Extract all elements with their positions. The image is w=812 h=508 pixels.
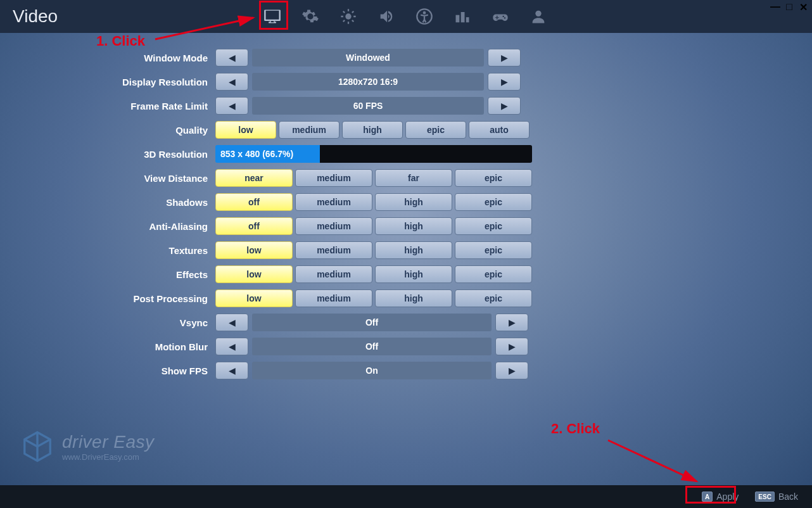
label-vsync: Vsync xyxy=(0,317,215,328)
tab-audio[interactable] xyxy=(374,4,399,29)
brightness-icon xyxy=(339,8,357,25)
option-medium[interactable]: medium xyxy=(295,289,372,307)
label-show-fps: Show FPS xyxy=(0,365,215,376)
window-controls: — □ ✕ xyxy=(770,1,808,13)
framerate-prev[interactable]: ◀ xyxy=(215,97,248,115)
svg-point-2 xyxy=(423,11,426,15)
option-epic[interactable]: epic xyxy=(405,121,466,139)
resolution-next[interactable]: ▶ xyxy=(488,73,521,91)
settings-panel: Window Mode ◀ Windowed ▶ Display Resolut… xyxy=(0,47,812,384)
gear-icon xyxy=(301,8,319,25)
3d-resolution-slider[interactable]: 853 x 480 (66.7%) xyxy=(215,145,532,163)
option-high[interactable]: high xyxy=(375,241,452,259)
view-distance-options: nearmediumfarepic xyxy=(215,169,532,187)
motion-blur-next[interactable]: ▶ xyxy=(495,338,528,355)
framerate-next[interactable]: ▶ xyxy=(488,97,521,115)
option-epic[interactable]: epic xyxy=(455,265,532,283)
svg-rect-4 xyxy=(461,12,465,22)
back-keycap: ESC xyxy=(755,492,775,502)
bottom-bar: A Apply ESC Back xyxy=(0,485,812,508)
speaker-icon xyxy=(377,8,395,25)
annotation-arrow-2 xyxy=(605,437,713,488)
option-off[interactable]: off xyxy=(215,193,293,211)
svg-rect-3 xyxy=(456,15,460,23)
window-mode-next[interactable]: ▶ xyxy=(488,49,521,67)
vsync-next[interactable]: ▶ xyxy=(495,314,528,331)
label-frame-rate: Frame Rate Limit xyxy=(0,101,215,111)
option-epic[interactable]: epic xyxy=(455,241,532,259)
showfps-next[interactable]: ▶ xyxy=(495,362,528,379)
option-high[interactable]: high xyxy=(375,265,452,283)
row-anti-aliasing: Anti-Aliasing offmediumhighepic xyxy=(0,215,812,237)
option-low[interactable]: low xyxy=(215,121,276,139)
option-medium[interactable]: medium xyxy=(295,193,372,211)
svg-point-6 xyxy=(535,11,541,16)
label-motion-blur: Motion Blur xyxy=(0,341,215,352)
option-auto[interactable]: auto xyxy=(469,121,530,139)
apply-label: Apply xyxy=(716,492,739,502)
row-vsync: Vsync ◀ Off ▶ xyxy=(0,312,812,333)
annotation-text-2: 2. Click xyxy=(551,421,600,437)
option-epic[interactable]: epic xyxy=(455,289,532,307)
option-off[interactable]: off xyxy=(215,217,293,235)
row-motion-blur: Motion Blur ◀ Off ▶ xyxy=(0,336,812,357)
vsync-value[interactable]: Off xyxy=(252,314,492,331)
option-high[interactable]: high xyxy=(342,121,403,139)
tab-controller[interactable] xyxy=(488,4,513,29)
vsync-prev[interactable]: ◀ xyxy=(215,314,248,331)
tab-brightness[interactable] xyxy=(336,4,361,29)
person-icon xyxy=(530,8,547,25)
monitor-icon xyxy=(263,8,281,25)
option-high[interactable]: high xyxy=(375,217,452,235)
option-epic[interactable]: epic xyxy=(455,193,532,211)
option-low[interactable]: low xyxy=(215,289,293,307)
tab-video[interactable] xyxy=(260,4,285,29)
apply-button[interactable]: A Apply xyxy=(697,489,744,504)
anti-aliasing-options: offmediumhighepic xyxy=(215,217,532,235)
motion-blur-value[interactable]: Off xyxy=(252,338,492,355)
option-far[interactable]: far xyxy=(375,169,452,187)
label-anti-aliasing: Anti-Aliasing xyxy=(0,221,215,232)
option-low[interactable]: low xyxy=(215,241,293,259)
tab-accessibility[interactable] xyxy=(412,4,437,29)
resolution-prev[interactable]: ◀ xyxy=(215,73,248,91)
accessibility-icon xyxy=(416,8,433,25)
row-view-distance: View Distance nearmediumfarepic xyxy=(0,167,812,189)
window-minimize[interactable]: — xyxy=(770,1,780,13)
option-high[interactable]: high xyxy=(375,193,452,211)
row-window-mode: Window Mode ◀ Windowed ▶ xyxy=(0,47,812,68)
motion-blur-prev[interactable]: ◀ xyxy=(215,338,248,355)
tab-game[interactable] xyxy=(298,4,323,29)
option-medium[interactable]: medium xyxy=(295,241,372,259)
option-medium[interactable]: medium xyxy=(295,217,372,235)
framerate-value[interactable]: 60 FPS xyxy=(252,97,484,115)
svg-rect-5 xyxy=(466,17,469,22)
svg-point-0 xyxy=(345,13,351,19)
showfps-prev[interactable]: ◀ xyxy=(215,362,248,379)
window-mode-prev[interactable]: ◀ xyxy=(215,49,248,67)
label-effects: Effects xyxy=(0,269,215,280)
showfps-value[interactable]: On xyxy=(252,362,492,379)
watermark: driver Easy www.DriverEasy.com xyxy=(20,429,155,464)
back-button[interactable]: ESC Back xyxy=(750,489,803,504)
tab-account[interactable] xyxy=(526,4,551,29)
row-show-fps: Show FPS ◀ On ▶ xyxy=(0,360,812,381)
option-medium[interactable]: medium xyxy=(295,169,372,187)
option-low[interactable]: low xyxy=(215,265,293,283)
option-medium[interactable]: medium xyxy=(295,265,372,283)
tab-input[interactable] xyxy=(450,4,475,29)
quality-options: lowmediumhighepicauto xyxy=(215,121,530,139)
window-maximize[interactable]: □ xyxy=(784,1,794,13)
option-high[interactable]: high xyxy=(375,289,452,307)
resolution-value[interactable]: 1280x720 16:9 xyxy=(252,73,484,91)
row-display-resolution: Display Resolution ◀ 1280x720 16:9 ▶ xyxy=(0,71,812,92)
settings-tabs xyxy=(260,0,551,33)
window-mode-value[interactable]: Windowed xyxy=(252,49,484,67)
window-close[interactable]: ✕ xyxy=(798,1,808,13)
option-medium[interactable]: medium xyxy=(279,121,339,139)
option-epic[interactable]: epic xyxy=(455,217,532,235)
label-window-mode: Window Mode xyxy=(0,53,215,63)
apply-keycap: A xyxy=(702,492,713,502)
option-near[interactable]: near xyxy=(215,169,293,187)
option-epic[interactable]: epic xyxy=(455,169,532,187)
